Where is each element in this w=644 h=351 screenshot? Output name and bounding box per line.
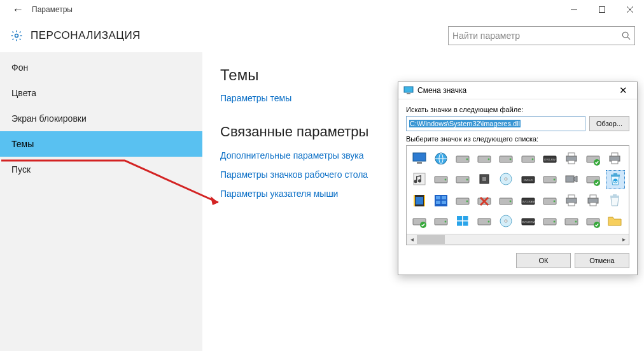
path-input[interactable]: C:\Windows\System32\imageres.dll xyxy=(406,116,585,131)
svg-point-5 xyxy=(622,32,628,38)
icon-cell[interactable] xyxy=(541,192,559,210)
icon-cell[interactable] xyxy=(410,192,428,210)
svg-rect-44 xyxy=(566,176,574,182)
svg-point-93 xyxy=(575,221,577,223)
icon-cell[interactable] xyxy=(454,212,472,230)
gear-icon xyxy=(6,29,27,42)
sidebar: Фон Цвета Экран блокировки Темы Пуск xyxy=(0,52,202,351)
icon-list[interactable]: DVD-RWDVD-RDVD-RAMDVD-ROM ◂ ▸ xyxy=(406,145,629,245)
search-placeholder: Найти параметр xyxy=(452,31,622,41)
icon-cell[interactable] xyxy=(432,192,450,210)
sidebar-item-start[interactable]: Пуск xyxy=(0,157,202,182)
icon-cell[interactable] xyxy=(410,212,428,230)
sidebar-item-colors[interactable]: Цвета xyxy=(0,80,202,106)
svg-point-16 xyxy=(488,159,490,161)
svg-rect-25 xyxy=(568,161,575,164)
icon-cell[interactable] xyxy=(584,192,602,210)
icon-cell[interactable] xyxy=(432,150,450,168)
sidebar-item-themes[interactable]: Темы xyxy=(0,131,202,157)
svg-rect-8 xyxy=(404,87,413,92)
svg-point-35 xyxy=(466,179,468,181)
dialog-close-button[interactable]: ✕ xyxy=(614,85,632,96)
icon-cell[interactable] xyxy=(497,212,515,230)
icon-cell[interactable] xyxy=(584,150,602,168)
svg-point-33 xyxy=(445,179,447,181)
sidebar-item-lockscreen[interactable]: Экран блокировки xyxy=(0,106,202,131)
cancel-button[interactable]: Отмена xyxy=(575,253,629,268)
scroll-left-button[interactable]: ◂ xyxy=(407,234,417,245)
svg-point-39 xyxy=(505,178,507,180)
svg-rect-55 xyxy=(442,196,446,199)
svg-point-4 xyxy=(15,34,18,38)
icon-cell[interactable] xyxy=(454,192,472,210)
search-icon xyxy=(622,31,631,40)
icon-cell[interactable]: DVD-R xyxy=(519,170,537,188)
icon-cell[interactable] xyxy=(606,150,624,168)
icon-cell[interactable] xyxy=(563,192,580,210)
close-button[interactable] xyxy=(616,0,644,19)
svg-rect-54 xyxy=(436,196,440,199)
icon-cell[interactable] xyxy=(475,170,493,188)
path-label: Искать значки в следующем файле: xyxy=(406,106,629,113)
search-input[interactable]: Найти параметр xyxy=(448,26,635,45)
svg-rect-75 xyxy=(610,196,619,197)
icon-cell[interactable] xyxy=(410,170,428,188)
dialog-titlebar: Смена значка ✕ xyxy=(398,82,637,99)
svg-point-20 xyxy=(531,159,533,161)
icon-scrollbar[interactable]: ◂ ▸ xyxy=(407,234,629,245)
svg-point-68 xyxy=(553,201,555,203)
icon-cell[interactable] xyxy=(432,170,450,188)
icon-cell[interactable]: DVD-RAM xyxy=(519,192,537,210)
svg-rect-31 xyxy=(414,173,425,185)
scroll-thumb[interactable] xyxy=(417,235,445,244)
svg-point-59 xyxy=(466,201,468,203)
icon-cell[interactable] xyxy=(584,212,602,230)
svg-rect-47 xyxy=(611,175,620,176)
icon-cell[interactable] xyxy=(584,170,602,188)
icon-cell[interactable] xyxy=(475,150,493,168)
change-icon-dialog: Смена значка ✕ Искать значки в следующем… xyxy=(398,82,638,275)
svg-text:DVD-RAM: DVD-RAM xyxy=(521,200,534,203)
svg-rect-57 xyxy=(442,201,446,204)
svg-rect-71 xyxy=(568,203,575,206)
icon-cell-selected[interactable] xyxy=(606,170,625,189)
svg-rect-70 xyxy=(568,195,575,198)
icon-cell[interactable] xyxy=(475,212,493,230)
desktop-icon xyxy=(403,85,414,96)
browse-button[interactable]: Обзор... xyxy=(589,116,629,131)
icon-cell[interactable] xyxy=(497,170,515,188)
icon-cell[interactable] xyxy=(519,150,537,168)
svg-point-43 xyxy=(553,179,555,181)
sidebar-item-background[interactable]: Фон xyxy=(0,55,202,80)
icon-cell[interactable] xyxy=(541,170,559,188)
icon-cell[interactable] xyxy=(497,150,515,168)
svg-rect-80 xyxy=(457,216,462,220)
back-button[interactable]: ← xyxy=(4,3,32,17)
svg-rect-51 xyxy=(414,195,415,206)
scroll-right-button[interactable]: ▸ xyxy=(619,234,629,245)
icon-cell[interactable]: DVD-ROM xyxy=(519,212,537,230)
icon-cell[interactable] xyxy=(454,150,472,168)
minimize-button[interactable] xyxy=(560,0,588,19)
icon-cell[interactable] xyxy=(410,150,428,168)
icon-cell[interactable] xyxy=(606,192,624,210)
svg-line-6 xyxy=(627,37,630,39)
svg-rect-50 xyxy=(416,197,423,204)
icon-cell[interactable] xyxy=(497,192,515,210)
svg-text:DVD-ROM: DVD-ROM xyxy=(521,220,535,224)
icon-cell[interactable] xyxy=(563,170,580,188)
icon-cell[interactable] xyxy=(432,212,450,230)
icon-cell[interactable] xyxy=(541,212,559,230)
icon-cell[interactable] xyxy=(475,192,493,210)
maximize-button[interactable] xyxy=(588,0,616,19)
icon-cell[interactable] xyxy=(563,212,580,230)
svg-rect-73 xyxy=(590,195,596,198)
svg-point-64 xyxy=(510,201,512,203)
icon-cell[interactable]: DVD-RW xyxy=(541,150,559,168)
icon-cell[interactable] xyxy=(454,170,472,188)
icon-cell[interactable] xyxy=(563,150,580,168)
icon-cell[interactable] xyxy=(606,212,624,230)
svg-rect-81 xyxy=(463,216,468,220)
svg-rect-74 xyxy=(590,203,596,206)
ok-button[interactable]: ОК xyxy=(516,253,571,268)
